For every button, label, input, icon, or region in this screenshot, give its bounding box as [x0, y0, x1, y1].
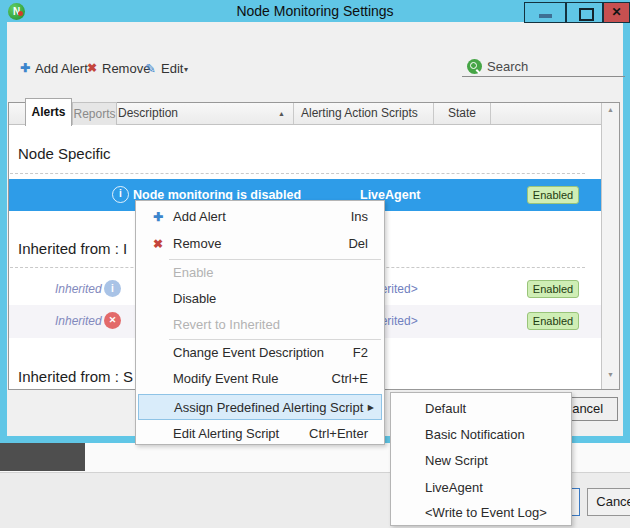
status-badge: Enabled: [527, 312, 579, 330]
info-icon: i: [104, 280, 121, 297]
info-icon: i: [112, 186, 129, 203]
menu-item-label: Disable: [173, 286, 216, 312]
close-button[interactable]: ✕: [603, 2, 630, 23]
vertical-scrollbar[interactable]: ▲ ▼: [601, 103, 619, 389]
edit-pencil-icon: ✎: [145, 60, 156, 78]
background-dark-panel: [0, 443, 85, 471]
status-badge: Enabled: [527, 280, 579, 298]
menu-item-shortcut: Del: [348, 231, 368, 257]
submenu-item-basic-notification[interactable]: Basic Notification: [391, 422, 571, 448]
column-header-state[interactable]: State: [434, 103, 491, 124]
submenu-item-label: <Write to Event Log>: [425, 500, 547, 526]
menu-item-disable[interactable]: Disable: [136, 286, 384, 312]
submenu-item-liveagent[interactable]: LiveAgent: [391, 475, 571, 501]
column-header-empty[interactable]: [9, 103, 26, 124]
submenu-item-default[interactable]: Default: [391, 396, 571, 422]
menu-item-label: Remove: [173, 231, 221, 257]
menu-item-add-alert[interactable]: ✚ Add Alert Ins: [136, 204, 384, 230]
scroll-down-icon[interactable]: ▼: [602, 371, 619, 386]
maximize-icon: [579, 8, 594, 21]
column-header-filler[interactable]: [491, 103, 601, 124]
menu-item-change-event-description[interactable]: Change Event Description F2: [136, 340, 384, 366]
submenu-item-new-script[interactable]: New Script: [391, 448, 571, 474]
maximize-button[interactable]: [566, 2, 603, 23]
add-icon: ✚: [149, 204, 167, 230]
group-header-node-specific: Node Specific: [18, 145, 111, 167]
menu-item-shortcut: Ctrl+E: [332, 366, 368, 392]
alerting-script-submenu: Default Basic Notification New Script Li…: [390, 392, 572, 526]
menu-item-label: Change Event Description: [173, 340, 324, 366]
column-header-description-label: Description: [118, 106, 178, 120]
search-placeholder: Search: [487, 59, 528, 74]
sort-ascending-icon: ▲: [278, 103, 285, 124]
minimize-button[interactable]: [524, 2, 566, 23]
menu-item-shortcut: F2: [353, 340, 368, 366]
edit-button[interactable]: Edit: [161, 60, 183, 78]
column-header-alerting-action-scripts[interactable]: Alerting Action Scripts: [294, 103, 434, 124]
menu-item-label: Edit Alerting Script: [173, 421, 279, 447]
remove-icon: ✖: [149, 231, 167, 257]
scroll-up-icon[interactable]: ▲: [602, 106, 619, 121]
background-cancel-button[interactable]: Cancel: [587, 488, 630, 516]
group-header-inherited-2: Inherited from : S: [18, 368, 133, 390]
chevron-down-icon: ▾: [184, 60, 188, 78]
add-alert-icon: ✚: [20, 60, 30, 78]
submenu-item-label: LiveAgent: [425, 475, 483, 501]
menu-item-label: Revert to Inherited: [173, 312, 280, 338]
submenu-arrow-icon: ▶: [368, 395, 374, 420]
group-divider: [10, 173, 585, 174]
add-alert-button[interactable]: Add Alert: [35, 60, 88, 78]
menu-item-shortcut: Ins: [351, 204, 368, 230]
menu-item-enable: Enable: [136, 260, 384, 286]
menu-item-label: Add Alert: [173, 204, 226, 230]
error-icon: ✕: [104, 312, 121, 329]
menu-item-label: Enable: [173, 260, 213, 286]
search-icon: [467, 59, 482, 74]
row-inheritance: Inherited: [55, 273, 102, 305]
menu-item-modify-event-rule[interactable]: Modify Event Rule Ctrl+E: [136, 366, 384, 392]
submenu-item-write-to-event-log[interactable]: <Write to Event Log>: [391, 500, 571, 526]
remove-icon: ✖: [87, 60, 97, 78]
submenu-item-label: Basic Notification: [425, 422, 525, 448]
context-menu: ✚ Add Alert Ins ✖ Remove Del Enable Disa…: [135, 200, 385, 445]
submenu-item-label: New Script: [425, 448, 488, 474]
menu-item-label: Modify Event Rule: [173, 366, 279, 392]
app-icon: N: [8, 3, 25, 20]
tab-alerts[interactable]: Alerts: [25, 98, 72, 126]
column-header-description[interactable]: Description▲: [111, 103, 294, 124]
menu-item-remove[interactable]: ✖ Remove Del: [136, 231, 384, 257]
remove-button[interactable]: Remove: [102, 60, 150, 78]
menu-item-revert-to-inherited: Revert to Inherited: [136, 312, 384, 338]
menu-item-shortcut: Ctrl+Enter: [309, 421, 368, 447]
status-badge: Enabled: [527, 186, 579, 204]
search-input[interactable]: Search: [462, 58, 625, 77]
minimize-icon: [539, 14, 552, 18]
tab-reports[interactable]: Reports: [72, 102, 117, 125]
menu-item-edit-alerting-script[interactable]: Edit Alerting Script Ctrl+Enter: [136, 421, 384, 445]
row-inheritance: Inherited: [55, 305, 102, 337]
menu-item-assign-predefined-alerting-script[interactable]: Assign Predefined Alerting Script ▶: [138, 394, 382, 420]
submenu-item-label: Default: [425, 396, 466, 422]
menu-item-label: Assign Predefined Alerting Script: [174, 395, 363, 421]
group-header-inherited-1: Inherited from : I: [18, 240, 127, 262]
